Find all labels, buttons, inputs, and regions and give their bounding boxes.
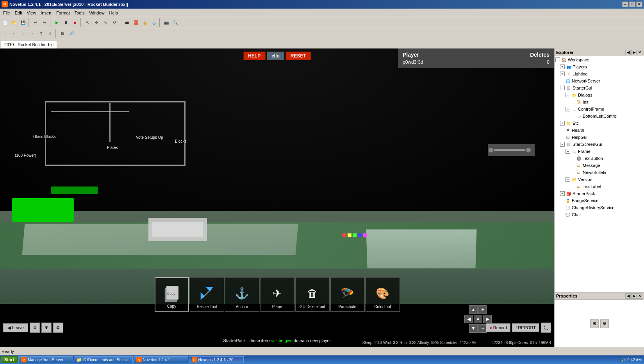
expand-controlframe[interactable]: − (566, 107, 570, 111)
tree-startscreengui[interactable]: − 🖼 StartScreenGui (555, 141, 644, 148)
tree-init[interactable]: 📜 Init (555, 99, 644, 106)
prop-icon-1[interactable]: ⊞ (590, 319, 599, 328)
nav-right-btn[interactable]: ▶ (483, 315, 492, 323)
hud-reset-button[interactable]: RESET (286, 52, 311, 60)
scale-tool[interactable]: ⤡ (101, 18, 110, 27)
down-icon-btn[interactable]: ▼ (41, 323, 52, 333)
tree-workspace[interactable]: − 🏠 Workspace (555, 56, 644, 63)
new-button[interactable]: 📄 (1, 18, 9, 27)
redo-button[interactable]: ↪ (40, 18, 49, 27)
tree-newsbulletin[interactable]: 🏷 NewsBulletin (555, 169, 644, 176)
tree-controlframe[interactable]: − ▭ ControlFrame (555, 106, 644, 113)
expand-dialogs[interactable]: − (566, 93, 570, 97)
tool-color[interactable]: 🎨 ColorTool (366, 277, 400, 312)
record-button[interactable]: ● Record (486, 323, 510, 332)
tree-message[interactable]: 🏷 Message (555, 162, 644, 169)
taskbar-novetus-2[interactable]: N Novetus 1.2.4.1 - 20... (189, 356, 244, 363)
maximize-button[interactable]: □ (629, 2, 635, 7)
menu-insert[interactable]: Insert (38, 10, 54, 16)
expand-lighting[interactable]: + (560, 72, 565, 76)
report-button[interactable]: ! REPORT (512, 323, 539, 332)
tree-etc[interactable]: + 📁 Etc (555, 120, 644, 127)
tree-chat[interactable]: 💬 Chat (555, 211, 644, 218)
expand-frame[interactable]: − (566, 149, 570, 154)
move-tool[interactable]: ✛ (92, 18, 101, 27)
tree-textlabel[interactable]: 🏷 TextLabel (555, 183, 644, 190)
stop-button[interactable]: ■ (71, 18, 79, 27)
tool-plane[interactable]: ✈ Plane (260, 277, 294, 312)
explorer-close[interactable]: ✕ (637, 50, 642, 55)
part-tool[interactable]: 🧱 (132, 18, 140, 27)
anchor-tool[interactable]: ⚓ (150, 18, 158, 27)
zoom-tool[interactable]: 🔍 (171, 18, 180, 27)
expand-startergui[interactable]: − (560, 86, 565, 90)
grid-btn[interactable]: ⊞ (58, 29, 67, 38)
expand-version[interactable]: − (566, 177, 570, 182)
expand-startscreen[interactable]: − (560, 142, 565, 147)
gear-icon-btn[interactable]: ⚙ (53, 323, 63, 333)
expand-players[interactable]: + (560, 65, 565, 69)
taskbar-documents[interactable]: 📁 C:\Documents and Settin... (74, 356, 133, 363)
tree-frame[interactable]: − ▭ Frame (555, 148, 644, 155)
active-tab[interactable]: 2010 - Rocket Builder.rbxl (1, 41, 57, 48)
leave-button[interactable]: ◀ Leave (3, 323, 28, 332)
undo-button[interactable]: ↩ (31, 18, 40, 27)
menu-file[interactable]: File (1, 10, 12, 16)
pause-button[interactable]: ⏸ (62, 18, 70, 27)
menu-help[interactable]: Help (107, 10, 121, 16)
nav-plus-btn[interactable]: + (478, 305, 487, 314)
tree-dialogs[interactable]: − 📁 Dialogs (555, 91, 644, 99)
arrow-upup-btn[interactable]: ⇑ (37, 29, 45, 38)
tree-players[interactable]: + 👥 Players (555, 63, 644, 70)
tree-health[interactable]: ❤ Health (555, 127, 644, 134)
arrow-right-btn[interactable]: → (28, 29, 36, 38)
nav-center-btn[interactable]: ● (474, 315, 482, 323)
tree-changehistory[interactable]: 🕐 ChangeHistoryService (555, 204, 644, 211)
terrain-tool[interactable]: 🏔 (123, 18, 131, 27)
taskbar-novetus-1[interactable]: N Novetus 1.2.4.1 (134, 356, 188, 363)
minimize-button[interactable]: − (622, 2, 628, 7)
camera-tool[interactable]: 📷 (162, 18, 171, 27)
tree-badgeservice[interactable]: 🏅 BadgeService (555, 197, 644, 204)
nav-left-btn[interactable]: ◀ (464, 315, 473, 323)
tree-startergui[interactable]: − 🖼 StarterGui (555, 84, 644, 91)
arrow-left-btn[interactable]: ← (10, 29, 18, 38)
close-button[interactable]: ✕ (636, 2, 642, 7)
tool-parachute[interactable]: 🪂 Parachute (330, 277, 365, 312)
tool-copy[interactable]: Copy Copy (155, 277, 189, 312)
explorer-nav-right[interactable]: ▶ (631, 50, 637, 55)
hud-help-button[interactable]: HELP (243, 52, 265, 60)
tree-bottomleft[interactable]: ▭ BottomLeftControl (555, 113, 644, 120)
tree-version[interactable]: − 📁 Version (555, 176, 644, 183)
menu-view[interactable]: View (25, 10, 39, 16)
prop-icon-2[interactable]: ⚙ (600, 319, 609, 328)
tree-helpgui[interactable]: 🖼 HelpGui (555, 134, 644, 141)
menu-edit[interactable]: Edit (12, 10, 25, 16)
start-button[interactable]: Start (1, 356, 18, 363)
expand-workspace[interactable]: − (555, 57, 560, 62)
tree-lighting[interactable]: + ☀ Lighting (555, 70, 644, 77)
play-button[interactable]: ▶ (53, 18, 61, 27)
viewport[interactable]: Glass Blocks (100 Power) Plates Vote Set… (0, 48, 554, 347)
tool-guidelet[interactable]: 🗑 GUIDeleteTool (295, 277, 330, 312)
nav-up-btn[interactable]: ▲ (469, 305, 478, 314)
arrow-up-btn[interactable]: ↑ (1, 29, 9, 38)
snap-btn[interactable]: 🔗 (67, 29, 76, 38)
rotate-tool[interactable]: ↺ (110, 18, 119, 27)
menu-format[interactable]: Format (54, 10, 72, 16)
fullscreen-button[interactable]: ⛶ (541, 323, 551, 333)
list-icon-btn[interactable]: ≡ (30, 323, 40, 333)
tree-starterpack[interactable]: + 🎒 StarterPack (555, 190, 644, 197)
menu-window[interactable]: Window (87, 10, 107, 16)
expand-etc[interactable]: + (560, 121, 565, 126)
nav-down-btn[interactable]: ▼ (469, 324, 478, 333)
tree-networkserver[interactable]: 🌐 NetworkServer (555, 77, 644, 84)
lock-tool[interactable]: 🔒 (141, 18, 149, 27)
open-button[interactable]: 📂 (10, 18, 18, 27)
properties-close[interactable]: ✕ (637, 293, 642, 299)
explorer-nav-left[interactable]: ◀ (625, 50, 631, 55)
tree-textbutton[interactable]: 🔘 TextButton (555, 155, 644, 162)
tool-anchor[interactable]: ⚓ Anchor (225, 277, 259, 312)
taskbar-manage-server[interactable]: M Manage Your Server (18, 356, 73, 363)
hud-ello-button[interactable]: ello (267, 52, 284, 60)
